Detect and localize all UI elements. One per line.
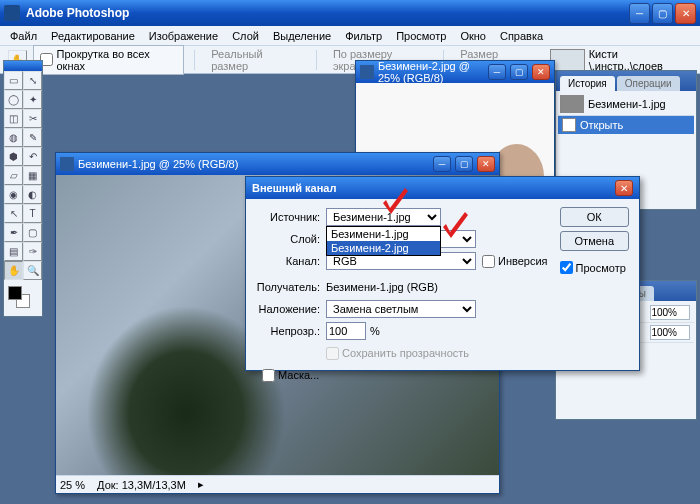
tool-move[interactable]: ⤡ — [23, 71, 42, 90]
tool-wand[interactable]: ✦ — [23, 90, 42, 109]
zoom-level[interactable]: 25 % — [60, 479, 85, 491]
invert-label: Инверсия — [498, 255, 548, 267]
scroll-all-checkbox[interactable]: Прокрутка во всех окнах — [33, 45, 185, 75]
dd-option-1[interactable]: Безимени-1.jpg — [327, 227, 440, 241]
layer-label: Слой: — [256, 233, 326, 245]
doc-icon — [360, 65, 374, 79]
menu-filter[interactable]: Фильтр — [339, 28, 388, 44]
doc1-title: Безимени-1.jpg @ 25% (RGB/8) — [78, 158, 429, 170]
palette-grip[interactable] — [4, 61, 42, 71]
real-size-button[interactable]: Реальный размер — [205, 46, 306, 74]
snapshot-name: Безимени-1.jpg — [588, 98, 666, 110]
opacity-input[interactable] — [326, 322, 366, 340]
tool-eraser[interactable]: ▱ — [4, 166, 23, 185]
tool-zoom[interactable]: 🔍 — [23, 261, 42, 280]
snapshot-thumb — [560, 95, 584, 113]
tool-notes[interactable]: ▤ — [4, 242, 23, 261]
history-step-open[interactable]: Открыть — [558, 116, 694, 134]
menu-edit[interactable]: Редактирование — [45, 28, 141, 44]
tool-hand[interactable]: ✋ — [4, 261, 23, 280]
doc1-maximize[interactable]: ▢ — [455, 156, 473, 172]
tool-history-brush[interactable]: ↶ — [23, 147, 42, 166]
doc2-minimize[interactable]: ─ — [488, 64, 506, 80]
source-dropdown-list: Безимени-1.jpg Безимени-2.jpg — [326, 226, 441, 256]
menu-bar: Файл Редактирование Изображение Слой Выд… — [0, 26, 700, 46]
menu-help[interactable]: Справка — [494, 28, 549, 44]
status-arrow-icon[interactable]: ▸ — [198, 478, 204, 491]
tool-slice[interactable]: ✂ — [23, 109, 42, 128]
source-label: Источник: — [256, 211, 326, 223]
layer-opacity-input[interactable] — [650, 305, 690, 320]
maximize-button[interactable]: ▢ — [652, 3, 673, 24]
tool-shape[interactable]: ▢ — [23, 223, 42, 242]
menu-image[interactable]: Изображение — [143, 28, 224, 44]
tool-type[interactable]: T — [23, 204, 42, 223]
doc1-statusbar: 25 % Док: 13,3M/13,3M ▸ — [56, 475, 499, 493]
dialog-close[interactable]: ✕ — [615, 180, 633, 196]
history-snapshot[interactable]: Безимени-1.jpg — [558, 93, 694, 116]
menu-select[interactable]: Выделение — [267, 28, 337, 44]
foreground-color[interactable] — [8, 286, 22, 300]
tool-lasso[interactable]: ◯ — [4, 90, 23, 109]
invert-checkbox[interactable] — [482, 255, 495, 268]
close-button[interactable]: ✕ — [675, 3, 696, 24]
doc-size: Док: 13,3M/13,3M — [97, 479, 186, 491]
color-swatches[interactable] — [4, 284, 42, 316]
menu-view[interactable]: Просмотр — [390, 28, 452, 44]
dialog-titlebar[interactable]: Внешний канал ✕ — [246, 177, 639, 199]
doc2-titlebar[interactable]: Безимени-2.jpg @ 25% (RGB/8) ─ ▢ ✕ — [356, 61, 554, 83]
blend-select[interactable]: Замена светлым — [326, 300, 476, 318]
layer-fill-input[interactable] — [650, 325, 690, 340]
tool-eyedropper[interactable]: ✑ — [23, 242, 42, 261]
blend-label: Наложение: — [256, 303, 326, 315]
tool-palette: ▭ ⤡ ◯ ✦ ◫ ✂ ◍ ✎ ⬢ ↶ ▱ ▦ ◉ ◐ ↖ T ✒ ▢ ▤ ✑ … — [3, 60, 43, 317]
open-icon — [562, 118, 576, 132]
tool-marquee[interactable]: ▭ — [4, 71, 23, 90]
doc2-maximize[interactable]: ▢ — [510, 64, 528, 80]
separator — [194, 50, 195, 70]
target-label: Получатель: — [256, 281, 326, 293]
tool-blur[interactable]: ◉ — [4, 185, 23, 204]
channel-label: Канал: — [256, 255, 326, 267]
source-select[interactable]: Безимени-1.jpg — [326, 208, 441, 226]
preserve-label: Сохранить прозрачность — [342, 347, 469, 359]
doc2-title: Безимени-2.jpg @ 25% (RGB/8) — [378, 60, 484, 84]
mask-label: Маска... — [278, 369, 319, 381]
apply-image-dialog: Внешний канал ✕ Источник: Безимени-1.jpg… — [245, 176, 640, 371]
tool-path[interactable]: ↖ — [4, 204, 23, 223]
actions-tab[interactable]: Операции — [617, 76, 680, 91]
separator — [316, 50, 317, 70]
mask-checkbox[interactable] — [262, 369, 275, 382]
tool-pen[interactable]: ✒ — [4, 223, 23, 242]
palette-well-label[interactable]: Кисти \,инстр.,\слоев — [589, 48, 692, 72]
history-tab[interactable]: История — [560, 76, 615, 91]
tool-brush[interactable]: ✎ — [23, 128, 42, 147]
scroll-all-label: Прокрутка во всех окнах — [57, 48, 178, 72]
history-step-label: Открыть — [580, 119, 623, 131]
app-icon — [4, 5, 20, 21]
doc1-titlebar[interactable]: Безимени-1.jpg @ 25% (RGB/8) ─ ▢ ✕ — [56, 153, 499, 175]
app-titlebar: Adobe Photoshop ─ ▢ ✕ — [0, 0, 700, 26]
menu-window[interactable]: Окно — [454, 28, 492, 44]
tool-dodge[interactable]: ◐ — [23, 185, 42, 204]
cancel-button[interactable]: Отмена — [560, 231, 629, 251]
tool-crop[interactable]: ◫ — [4, 109, 23, 128]
menu-layer[interactable]: Слой — [226, 28, 265, 44]
menu-file[interactable]: Файл — [4, 28, 43, 44]
doc1-minimize[interactable]: ─ — [433, 156, 451, 172]
preview-checkbox[interactable] — [560, 261, 573, 274]
dialog-title: Внешний канал — [252, 182, 615, 194]
tool-stamp[interactable]: ⬢ — [4, 147, 23, 166]
preview-label: Просмотр — [576, 262, 626, 274]
ok-button[interactable]: ОК — [560, 207, 629, 227]
tool-gradient[interactable]: ▦ — [23, 166, 42, 185]
doc1-close[interactable]: ✕ — [477, 156, 495, 172]
minimize-button[interactable]: ─ — [629, 3, 650, 24]
target-value: Безимени-1.jpg (RGB) — [326, 281, 438, 293]
preserve-checkbox — [326, 347, 339, 360]
app-title: Adobe Photoshop — [26, 6, 629, 20]
percent-label: % — [370, 325, 380, 337]
dd-option-2[interactable]: Безимени-2.jpg — [327, 241, 440, 255]
tool-heal[interactable]: ◍ — [4, 128, 23, 147]
doc2-close[interactable]: ✕ — [532, 64, 550, 80]
